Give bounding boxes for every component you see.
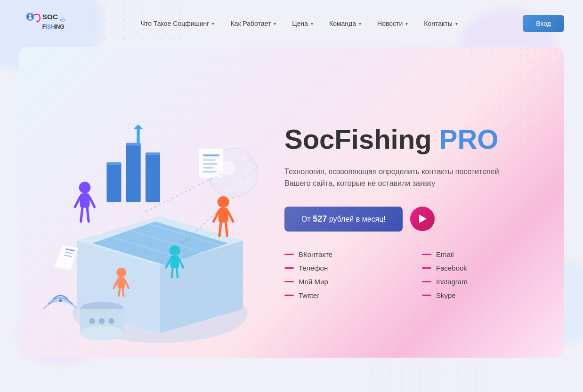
nav-item-price[interactable]: Цена ▾ <box>285 16 320 31</box>
svg-text:ING: ING <box>54 24 64 30</box>
dots-decoration <box>470 47 564 141</box>
svg-line-43 <box>219 223 221 236</box>
svg-point-51 <box>116 268 126 278</box>
features-list: ВКонтакте Email Телефон Facebook Мой Мир <box>284 250 541 299</box>
hero-title-ing: ing <box>391 124 439 154</box>
feature-email: Email <box>422 250 541 258</box>
svg-rect-26 <box>106 162 121 165</box>
svg-line-50 <box>177 268 178 278</box>
feature-email-label: Email <box>436 250 454 258</box>
hero-subtitle: Технология, позволяющая определить конта… <box>284 166 510 190</box>
svg-rect-32 <box>137 129 139 144</box>
nav-item-what[interactable]: Что Такое Соцфишинг ▾ <box>134 16 221 31</box>
chevron-down-icon: ▾ <box>274 21 276 26</box>
svg-point-6 <box>29 14 31 16</box>
svg-rect-52 <box>117 277 125 288</box>
header: SOC F ISH ING R Что Такое Соцфишинг ▾ Ка… <box>0 0 583 47</box>
svg-line-56 <box>123 288 124 296</box>
svg-rect-65 <box>203 160 216 161</box>
svg-rect-25 <box>106 163 121 202</box>
logo-svg: SOC F ISH ING R <box>19 7 75 40</box>
svg-point-8 <box>36 21 38 23</box>
svg-line-36 <box>89 197 94 207</box>
svg-text:SOC: SOC <box>42 13 58 21</box>
svg-rect-34 <box>80 193 90 208</box>
svg-line-38 <box>87 208 89 222</box>
chevron-down-icon: ▾ <box>405 21 408 26</box>
svg-rect-27 <box>126 144 141 202</box>
svg-point-71 <box>80 326 124 341</box>
feature-skype-label: Skype <box>436 291 456 299</box>
price-post: рублей в месяц! <box>329 215 386 223</box>
svg-line-42 <box>228 212 233 222</box>
hero-illustration <box>19 47 275 358</box>
svg-point-72 <box>89 318 95 324</box>
svg-rect-40 <box>219 208 228 223</box>
svg-rect-78 <box>470 47 564 141</box>
svg-text:R: R <box>61 19 64 22</box>
svg-point-39 <box>218 196 229 208</box>
feature-dash-icon <box>422 281 431 282</box>
svg-line-49 <box>172 268 173 278</box>
chevron-down-icon: ▾ <box>311 21 313 26</box>
svg-rect-29 <box>146 153 160 202</box>
svg-line-37 <box>81 208 82 222</box>
svg-rect-30 <box>146 152 160 155</box>
svg-point-73 <box>99 318 105 324</box>
svg-rect-67 <box>203 167 214 168</box>
hero-illustration-svg <box>19 75 311 348</box>
feature-facebook: Facebook <box>422 264 541 272</box>
feature-instagram-label: Instagram <box>436 278 468 286</box>
nav-item-contacts[interactable]: Контакты ▾ <box>417 16 464 31</box>
nav-item-news[interactable]: Новости ▾ <box>371 16 414 31</box>
svg-rect-66 <box>203 163 218 165</box>
svg-line-35 <box>75 197 80 207</box>
nav-item-team[interactable]: Команда ▾ <box>323 16 368 31</box>
chevron-down-icon: ▾ <box>359 21 361 26</box>
svg-point-33 <box>79 182 91 193</box>
svg-text:ISH: ISH <box>46 24 55 30</box>
svg-rect-46 <box>170 256 179 268</box>
logo[interactable]: SOC F ISH ING R <box>19 7 75 40</box>
svg-rect-64 <box>203 154 219 156</box>
svg-line-44 <box>226 223 227 236</box>
svg-point-74 <box>109 318 114 324</box>
svg-marker-31 <box>133 124 143 129</box>
svg-point-7 <box>29 17 32 19</box>
nav-item-how[interactable]: Как Работает ▾ <box>224 16 283 31</box>
login-button[interactable]: Вход <box>523 15 564 32</box>
feature-dash-icon <box>422 267 431 269</box>
hero-section: SocFishing PRO Технология, позволяющая о… <box>19 47 564 358</box>
play-button[interactable] <box>410 207 435 231</box>
svg-line-55 <box>119 288 120 296</box>
feature-instagram: Instagram <box>422 278 541 286</box>
price-amount: 527 <box>313 214 327 224</box>
svg-rect-68 <box>203 171 217 172</box>
chevron-down-icon: ▾ <box>455 21 458 26</box>
main-nav: Что Такое Соцфишинг ▾ Как Работает ▾ Цен… <box>134 16 464 31</box>
chevron-down-icon: ▾ <box>212 21 214 26</box>
feature-dash-icon <box>422 254 431 255</box>
feature-dash-icon <box>422 295 431 296</box>
feature-facebook-label: Facebook <box>436 264 467 272</box>
feature-skype: Skype <box>422 291 541 299</box>
svg-point-15 <box>59 299 62 302</box>
hero-cta-area: От 527 рублей в месяц! <box>284 207 541 232</box>
